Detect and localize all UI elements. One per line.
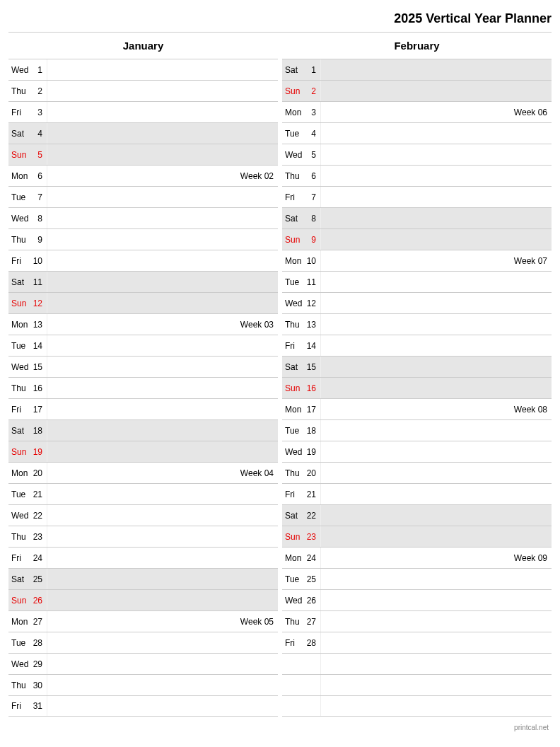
day-of-week: Wed bbox=[282, 447, 305, 457]
day-row: Fri28 bbox=[282, 632, 552, 653]
day-row: Wed1 bbox=[8, 59, 278, 80]
day-row: Fri21 bbox=[282, 483, 552, 504]
day-row: Thu20 bbox=[282, 462, 552, 483]
day-row: Sat25 bbox=[8, 568, 278, 589]
day-row: Mon20Week 04 bbox=[8, 462, 278, 483]
day-of-week: Tue bbox=[8, 490, 31, 499]
day-note bbox=[320, 526, 552, 547]
day-of-week: Wed bbox=[8, 511, 31, 521]
day-row: Sun2 bbox=[282, 80, 552, 101]
day-row: Wed26 bbox=[282, 589, 552, 610]
day-note bbox=[47, 123, 278, 144]
day-note bbox=[320, 484, 552, 504]
day-note bbox=[47, 632, 278, 653]
day-of-week: Wed bbox=[8, 65, 31, 75]
day-of-week: Fri bbox=[8, 108, 31, 117]
day-of-week: Sat bbox=[282, 362, 305, 372]
month-column: JanuaryWed1Thu2Fri3Sat4Sun5Mon6Week 02Tu… bbox=[8, 35, 278, 717]
day-number: 29 bbox=[31, 659, 47, 669]
day-note bbox=[47, 696, 278, 716]
day-row: Sat8 bbox=[282, 207, 552, 228]
day-note bbox=[47, 548, 278, 568]
day-note bbox=[320, 166, 552, 186]
day-of-week: Mon bbox=[282, 405, 305, 415]
day-number: 5 bbox=[305, 150, 320, 160]
day-note bbox=[47, 59, 278, 80]
day-row: Fri17 bbox=[8, 398, 278, 419]
day-number: 14 bbox=[31, 341, 47, 351]
day-note bbox=[47, 144, 278, 165]
day-number: 8 bbox=[305, 214, 320, 224]
day-row: Mon24Week 09 bbox=[282, 547, 552, 568]
day-row: Sun16 bbox=[282, 377, 552, 398]
day-note bbox=[47, 208, 278, 228]
day-note bbox=[320, 696, 552, 716]
month-header: February bbox=[282, 35, 552, 59]
day-of-week: Thu bbox=[282, 171, 305, 181]
day-row: Thu27 bbox=[282, 610, 552, 632]
day-row: Sat22 bbox=[282, 504, 552, 526]
day-note bbox=[320, 590, 552, 610]
day-number: 26 bbox=[305, 596, 320, 606]
day-row: Tue14 bbox=[8, 335, 278, 356]
day-of-week: Fri bbox=[8, 405, 31, 415]
day-note bbox=[320, 675, 552, 695]
day-of-week: Sat bbox=[8, 129, 31, 139]
day-row: Mon6Week 02 bbox=[8, 165, 278, 186]
page-title: 2025 Vertical Year Planner bbox=[8, 8, 552, 33]
day-note bbox=[47, 526, 278, 547]
day-number: 15 bbox=[31, 362, 47, 372]
day-of-week: Mon bbox=[8, 171, 31, 181]
day-of-week: Sat bbox=[282, 511, 305, 521]
day-row: Wed15 bbox=[8, 356, 278, 377]
day-of-week: Tue bbox=[8, 341, 31, 351]
day-note bbox=[320, 632, 552, 653]
day-note: Week 04 bbox=[47, 463, 278, 483]
day-number: 11 bbox=[31, 277, 47, 287]
day-number: 23 bbox=[305, 532, 320, 542]
day-number: 12 bbox=[305, 299, 320, 308]
month-header: January bbox=[8, 35, 278, 59]
day-note bbox=[47, 250, 278, 271]
day-note bbox=[320, 187, 552, 207]
day-note bbox=[47, 569, 278, 589]
day-row: Fri31 bbox=[8, 695, 278, 717]
day-of-week: Thu bbox=[8, 681, 31, 690]
day-row: Mon13Week 03 bbox=[8, 313, 278, 335]
day-note: Week 03 bbox=[47, 314, 278, 335]
day-row bbox=[282, 674, 552, 695]
day-number: 24 bbox=[305, 553, 320, 563]
day-row: Sat15 bbox=[282, 356, 552, 377]
day-number: 8 bbox=[31, 214, 47, 224]
day-number: 3 bbox=[31, 108, 47, 117]
day-note bbox=[320, 314, 552, 335]
footer-credit: printcal.net bbox=[8, 717, 552, 736]
day-of-week: Thu bbox=[8, 383, 31, 393]
day-row: Mon3Week 06 bbox=[282, 101, 552, 122]
day-number: 18 bbox=[31, 426, 47, 436]
day-row: Sun23 bbox=[282, 526, 552, 547]
day-row: Thu16 bbox=[8, 377, 278, 398]
day-note: Week 06 bbox=[320, 102, 552, 122]
day-number: 13 bbox=[305, 320, 320, 330]
day-row: Wed22 bbox=[8, 504, 278, 526]
day-number: 19 bbox=[31, 447, 47, 457]
day-note bbox=[47, 357, 278, 377]
day-note bbox=[320, 272, 552, 292]
day-number: 2 bbox=[31, 86, 47, 96]
day-row: Thu9 bbox=[8, 228, 278, 250]
day-row: Tue11 bbox=[282, 271, 552, 292]
day-of-week: Sun bbox=[282, 235, 305, 245]
day-note bbox=[320, 441, 552, 462]
day-row: Tue4 bbox=[282, 122, 552, 144]
day-number: 7 bbox=[31, 192, 47, 202]
day-note bbox=[320, 357, 552, 377]
day-note bbox=[47, 420, 278, 441]
day-row: Fri7 bbox=[282, 186, 552, 207]
day-note bbox=[320, 654, 552, 674]
day-row: Sun9 bbox=[282, 228, 552, 250]
day-number: 11 bbox=[305, 277, 320, 287]
day-row: Thu2 bbox=[8, 80, 278, 101]
day-note: Week 07 bbox=[320, 250, 552, 271]
day-note bbox=[47, 81, 278, 101]
